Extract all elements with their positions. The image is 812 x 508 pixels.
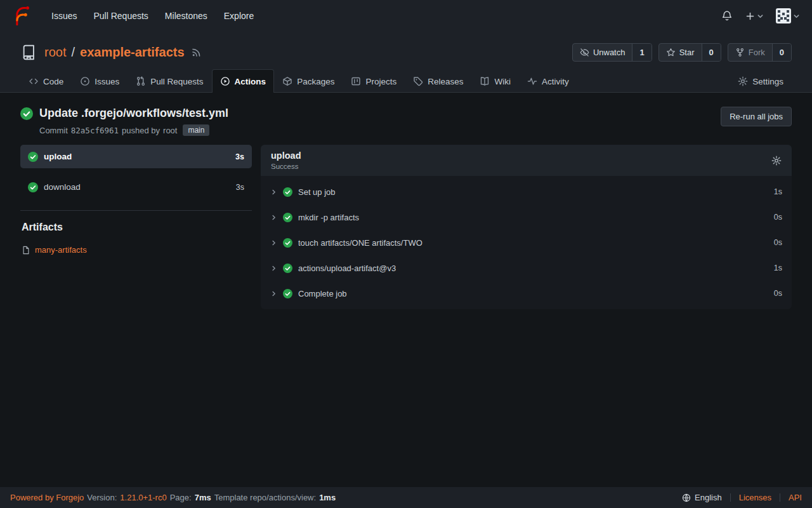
commit-sha[interactable]: 82a5cf6961	[71, 126, 119, 135]
step-duration: 1s	[774, 187, 782, 196]
nav-issues[interactable]: Issues	[44, 6, 84, 26]
job-detail-panel: upload Success Set up job 1s mkdir	[261, 145, 792, 309]
repo-owner-link[interactable]: root	[44, 45, 66, 60]
tab-projects[interactable]: Projects	[343, 69, 405, 93]
footer-divider	[780, 493, 780, 502]
star-label: Star	[679, 48, 695, 57]
template-time-value: 1ms	[319, 493, 336, 502]
job-item-download[interactable]: download 3s	[20, 175, 252, 199]
tab-projects-label: Projects	[365, 77, 396, 86]
artifact-link-many-artifacts[interactable]: many-artifacts	[22, 245, 251, 255]
fork-button[interactable]: Fork	[728, 44, 772, 61]
plus-icon	[745, 11, 755, 21]
branch-badge[interactable]: main	[183, 124, 209, 136]
rss-button[interactable]	[192, 48, 201, 57]
version-link[interactable]: 1.21.0+1-rc0	[120, 493, 166, 502]
eye-off-icon	[580, 48, 589, 57]
licenses-link[interactable]: Licenses	[739, 493, 771, 502]
job-item-upload[interactable]: upload 3s	[20, 145, 252, 168]
pull-request-icon	[136, 76, 146, 86]
step-row-complete-job[interactable]: Complete job 0s	[261, 281, 792, 306]
tab-releases[interactable]: Releases	[405, 69, 471, 93]
footer-right: English Licenses API	[682, 493, 802, 502]
notifications-button[interactable]	[721, 10, 733, 22]
chevron-right-icon	[270, 239, 277, 246]
step-name: touch artifacts/ONE artifacts/TWO	[298, 238, 768, 248]
stars-count[interactable]: 0	[702, 44, 721, 61]
rss-icon	[192, 48, 201, 57]
footer-divider	[730, 493, 731, 502]
success-icon	[283, 289, 292, 298]
forks-count[interactable]: 0	[772, 44, 791, 61]
tab-activity-label: Activity	[542, 77, 569, 86]
page-footer: Powered by Forgejo Version: 1.21.0+1-rc0…	[0, 487, 812, 508]
create-new-button[interactable]	[745, 11, 763, 21]
tab-code[interactable]: Code	[20, 69, 72, 93]
job-detail-titles: upload Success	[271, 150, 301, 170]
language-menu[interactable]: English	[682, 493, 722, 502]
avatar	[776, 8, 791, 23]
nav-milestones[interactable]: Milestones	[158, 6, 214, 26]
actions-run-view: Update .forgejo/workflows/test.yml Commi…	[0, 93, 812, 487]
tab-wiki[interactable]: Wiki	[471, 69, 519, 93]
tab-actions-label: Actions	[235, 77, 266, 86]
nav-explore[interactable]: Explore	[217, 6, 261, 26]
chevron-right-icon	[270, 265, 277, 272]
chevron-down-icon	[757, 13, 763, 19]
unwatch-label: Unwatch	[593, 48, 625, 57]
tab-packages[interactable]: Packages	[274, 69, 343, 93]
chevron-down-icon	[794, 13, 799, 19]
unwatch-button[interactable]: Unwatch	[573, 44, 632, 61]
nav-pull-requests[interactable]: Pull Requests	[86, 6, 155, 26]
tab-pull-requests-label: Pull Requests	[150, 77, 203, 86]
job-detail-header: upload Success	[261, 145, 792, 176]
success-icon	[28, 182, 38, 192]
commit-label: Commit	[39, 126, 68, 135]
run-title-row: Update .forgejo/workflows/test.yml	[20, 107, 228, 120]
step-name: Complete job	[298, 289, 768, 298]
user-menu-button[interactable]	[776, 8, 799, 23]
forgejo-logo[interactable]	[13, 6, 32, 25]
success-icon	[20, 107, 33, 120]
tab-pull-requests[interactable]: Pull Requests	[128, 69, 211, 93]
tab-settings[interactable]: Settings	[730, 69, 792, 93]
chevron-right-icon	[270, 214, 277, 221]
run-header: Update .forgejo/workflows/test.yml Commi…	[20, 107, 792, 136]
step-row-upload-artifact[interactable]: actions/upload-artifact@v3 1s	[261, 255, 792, 281]
tab-activity[interactable]: Activity	[519, 69, 577, 93]
pusher-name[interactable]: root	[163, 126, 177, 135]
step-row-set-up-job[interactable]: Set up job 1s	[261, 179, 792, 204]
api-link[interactable]: API	[789, 493, 802, 502]
tab-wiki-label: Wiki	[494, 77, 511, 86]
run-body: upload 3s download 3s Artifacts many-art…	[20, 145, 792, 309]
file-icon	[22, 246, 30, 255]
watchers-count[interactable]: 1	[632, 44, 651, 61]
success-icon	[28, 152, 38, 162]
tab-code-label: Code	[43, 77, 63, 86]
job-sidebar: upload 3s download 3s Artifacts many-art…	[20, 145, 252, 309]
footer-left: Powered by Forgejo Version: 1.21.0+1-rc0…	[10, 493, 336, 502]
tab-actions[interactable]: Actions	[212, 69, 275, 93]
star-button[interactable]: Star	[659, 44, 702, 61]
rerun-all-jobs-button[interactable]: Re-run all jobs	[721, 107, 792, 126]
pulse-icon	[527, 76, 537, 86]
job-name: download	[44, 182, 81, 192]
tab-issues[interactable]: Issues	[72, 69, 128, 93]
repo-name-link[interactable]: example-artifacts	[80, 45, 185, 60]
step-row-touch-artifacts[interactable]: touch artifacts/ONE artifacts/TWO 0s	[261, 230, 792, 255]
step-list: Set up job 1s mkdir -p artifacts 0s touc…	[261, 176, 792, 309]
tab-packages-label: Packages	[297, 77, 334, 86]
book-icon	[480, 76, 490, 86]
run-title: Update .forgejo/workflows/test.yml	[39, 107, 228, 120]
job-duration: 3s	[236, 183, 244, 192]
language-label: English	[695, 493, 722, 502]
page-time-value: 7ms	[195, 493, 211, 502]
repo-action-buttons: Unwatch 1 Star 0	[572, 43, 792, 62]
job-options-button[interactable]	[771, 156, 782, 166]
step-row-mkdir[interactable]: mkdir -p artifacts 0s	[261, 204, 792, 230]
run-title-block: Update .forgejo/workflows/test.yml Commi…	[20, 107, 228, 136]
powered-by-link[interactable]: Powered by Forgejo	[10, 493, 84, 502]
page-time-label: Page:	[170, 493, 192, 502]
repo-header: root / example-artifacts Unwatch 1	[0, 32, 812, 93]
gear-icon	[771, 156, 782, 166]
